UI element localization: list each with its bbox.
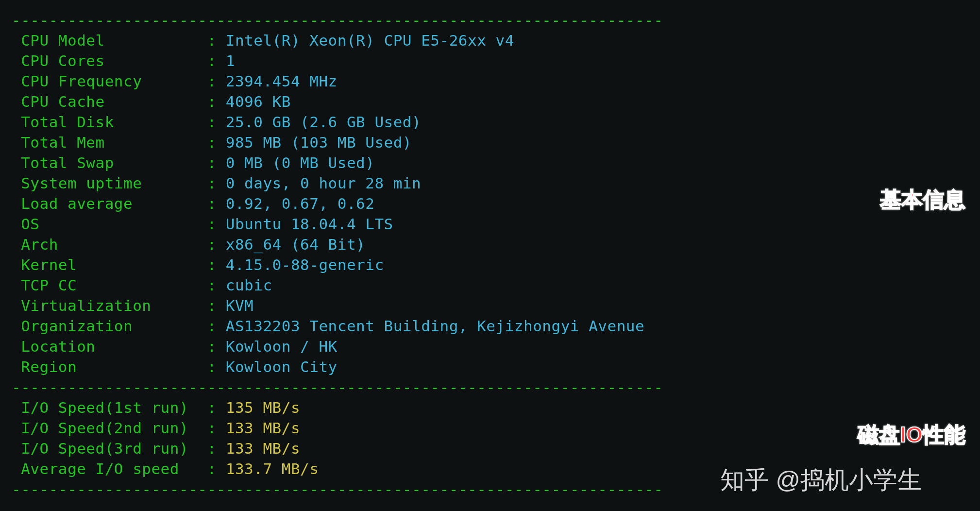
info_rows-row: Total Disk : 25.0 GB (2.6 GB Used) [12,112,980,132]
info_rows-row: Region : Kowloon City [12,357,980,377]
colon-separator: : [207,236,225,253]
info_rows-row: CPU Model : Intel(R) Xeon(R) CPU E5-26xx… [12,30,980,51]
io_rows-row: I/O Speed(1st run) : 135 MB/s [12,397,980,418]
watermark-text: 知乎 @捣机小学生 [720,464,922,496]
info_rows-value: 4.15.0-88-generic [226,256,384,273]
info_rows-row: Kernel : 4.15.0-88-generic [12,255,980,275]
info_rows-row: Virtualization : KVM [12,295,980,316]
info_rows-value: x86_64 (64 Bit) [226,236,365,253]
info_rows-value: 1 [226,52,235,69]
info_rows-value: cubic [226,276,272,294]
io_rows-value: 133 MB/s [226,419,300,437]
info_rows-label: System uptime [12,174,207,192]
divider-top: ----------------------------------------… [12,10,980,30]
colon-separator: : [207,72,225,90]
info_rows-value: 985 MB (103 MB Used) [226,134,412,151]
info_rows-label: Virtualization [12,297,207,314]
colon-separator: : [207,419,225,437]
info_rows-row: TCP CC : cubic [12,275,980,295]
info_rows-label: Arch [12,236,207,253]
colon-separator: : [207,154,225,171]
io_rows-label: I/O Speed(3rd run) [12,440,207,457]
info_rows-row: Load average : 0.92, 0.67, 0.62 [12,193,980,214]
info_rows-label: CPU Model [12,32,207,49]
divider-mid: ----------------------------------------… [12,377,980,397]
colon-separator: : [207,93,225,110]
info_rows-row: Total Mem : 985 MB (103 MB Used) [12,132,980,153]
info_rows-row: System uptime : 0 days, 0 hour 28 min [12,173,980,193]
colon-separator: : [207,338,225,355]
info_rows-value: 0.92, 0.67, 0.62 [226,195,375,212]
info_rows-value: 4096 KB [226,93,291,110]
info_rows-label: OS [12,215,207,233]
info_rows-label: CPU Frequency [12,72,207,90]
info_rows-value: Kowloon / HK [226,338,338,355]
info_rows-label: CPU Cache [12,93,207,110]
info_rows-value: Intel(R) Xeon(R) CPU E5-26xx v4 [226,32,514,49]
info_rows-value: 2394.454 MHz [226,72,338,90]
info_rows-label: Organization [12,317,207,335]
info_rows-label: Load average [12,195,207,212]
info_rows-value: Ubuntu 18.04.4 LTS [226,215,393,233]
colon-separator: : [207,52,225,69]
info_rows-label: TCP CC [12,276,207,294]
colon-separator: : [207,297,225,314]
info_rows-value: 0 MB (0 MB Used) [226,154,375,171]
colon-separator: : [207,215,225,233]
colon-separator: : [207,317,225,335]
info_rows-row: Arch : x86_64 (64 Bit) [12,234,980,255]
io_rows-value: 133 MB/s [226,440,300,457]
info_rows-label: Total Swap [12,154,207,171]
info_rows-row: Total Swap : 0 MB (0 MB Used) [12,153,980,173]
io_rows-label: I/O Speed(1st run) [12,399,207,416]
info_rows-label: CPU Cores [12,52,207,69]
info_rows-value: Kowloon City [226,358,338,375]
info_rows-value: 25.0 GB (2.6 GB Used) [226,113,421,131]
colon-separator: : [207,113,225,131]
annotation-disk-io: 磁盘IO性能 [858,421,965,449]
io_rows-label: Average I/O speed [12,460,207,477]
colon-separator: : [207,134,225,151]
terminal-output: ----------------------------------------… [0,0,980,511]
colon-separator: : [207,256,225,273]
info_rows-row: CPU Cache : 4096 KB [12,91,980,112]
info_rows-label: Location [12,338,207,355]
info_rows-row: CPU Cores : 1 [12,51,980,71]
io_rows-row: I/O Speed(2nd run) : 133 MB/s [12,418,980,438]
system-info-block: CPU Model : Intel(R) Xeon(R) CPU E5-26xx… [12,30,980,377]
info_rows-value: KVM [226,297,254,314]
colon-separator: : [207,460,225,477]
colon-separator: : [207,174,225,192]
info_rows-label: Region [12,358,207,375]
io_rows-value: 133.7 MB/s [226,460,319,477]
info_rows-row: Organization : AS132203 Tencent Building… [12,316,980,336]
colon-separator: : [207,32,225,49]
io_rows-row: I/O Speed(3rd run) : 133 MB/s [12,438,980,459]
info_rows-row: OS : Ubuntu 18.04.4 LTS [12,214,980,234]
io_rows-value: 135 MB/s [226,399,300,416]
colon-separator: : [207,440,225,457]
info_rows-label: Total Mem [12,134,207,151]
info_rows-value: AS132203 Tencent Building, Kejizhongyi A… [226,317,644,335]
info_rows-row: Location : Kowloon / HK [12,336,980,357]
colon-separator: : [207,399,225,416]
info_rows-label: Total Disk [12,113,207,131]
colon-separator: : [207,276,225,294]
io_rows-label: I/O Speed(2nd run) [12,419,207,437]
colon-separator: : [207,358,225,375]
info_rows-value: 0 days, 0 hour 28 min [226,174,421,192]
colon-separator: : [207,195,225,212]
annotation-basic-info: 基本信息 [880,186,965,214]
info_rows-label: Kernel [12,256,207,273]
info_rows-row: CPU Frequency : 2394.454 MHz [12,71,980,91]
